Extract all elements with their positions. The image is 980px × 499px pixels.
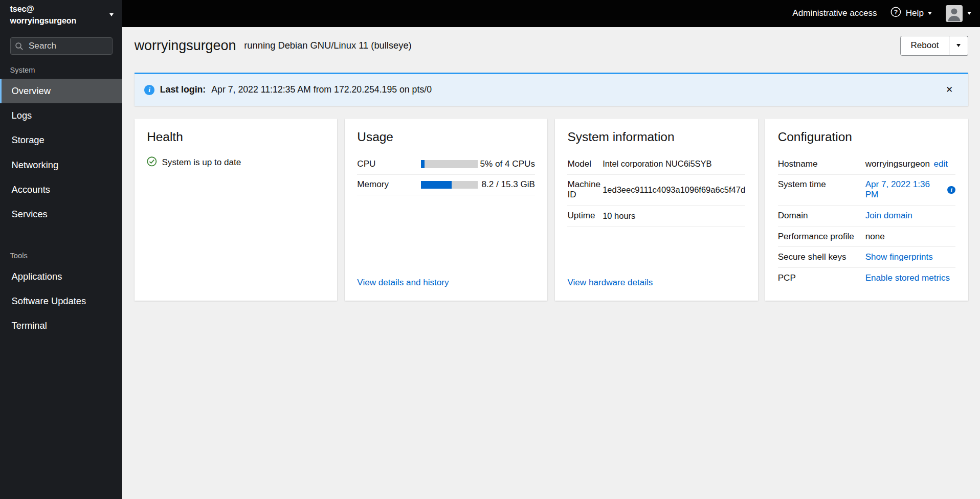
page-title: worryingsurgeon (135, 38, 236, 54)
secure-shell-keys-row: Secure shell keys Show fingerprints (778, 247, 956, 268)
system-information-card-title: System information (567, 130, 745, 144)
hostname-row: Hostname worryingsurgeon edit (778, 154, 956, 175)
sidebar-item-services[interactable]: Services (0, 202, 122, 226)
help-icon: ? (890, 7, 901, 20)
hostname-edit-link[interactable]: edit (933, 159, 948, 169)
performance-profile-row: Performance profile none (778, 226, 956, 247)
system-time-link[interactable]: Apr 7, 2022 1:36 PM (865, 179, 941, 200)
last-login-alert: i Last login: Apr 7, 2022 11:12:35 AM fr… (135, 73, 968, 106)
svg-text:?: ? (894, 9, 898, 16)
model-row: Model Intel corporation NUC6i5SYB (567, 154, 745, 174)
nav-section-system: System (0, 57, 122, 79)
memory-progress-fill (421, 181, 452, 189)
cpu-usage-row: CPU 5% of 4 CPUs (357, 154, 535, 174)
cockpit-app: tsec@ worryingsurgeon System Overview Lo… (0, 0, 980, 499)
uptime-row: Uptime 10 hours (567, 206, 745, 226)
overview-cards: Health System is up to date Usage CPU (135, 119, 968, 301)
configuration-card: Configuration Hostname worryingsurgeon e… (765, 119, 968, 301)
memory-label: Memory (357, 174, 421, 195)
cpu-progress-bar (421, 160, 478, 168)
sidebar-search (10, 37, 113, 55)
enable-stored-metrics-link[interactable]: Enable stored metrics (865, 273, 950, 283)
sidebar-item-accounts[interactable]: Accounts (0, 177, 122, 202)
machine-id-row: Machine ID 1ed3eec9111c4093a1096f69a6c5f… (567, 174, 745, 206)
chevron-down-icon (109, 13, 114, 16)
page-header: worryingsurgeon running Debian GNU/Linux… (135, 36, 968, 56)
memory-value: 8.2 / 15.3 GiB (478, 174, 535, 195)
chevron-down-icon (956, 44, 961, 47)
cpu-progress-fill (421, 160, 425, 168)
domain-row: Domain Join domain (778, 206, 956, 226)
join-domain-link[interactable]: Join domain (865, 211, 912, 221)
sidebar-item-logs[interactable]: Logs (0, 103, 122, 128)
memory-usage-row: Memory 8.2 / 15.3 GiB (357, 174, 535, 195)
system-information-card: System information Model Intel corporati… (555, 119, 758, 301)
close-icon[interactable]: ✕ (941, 82, 958, 98)
hostname-value: worryingsurgeon (865, 159, 930, 169)
health-card: Health System is up to date (135, 119, 338, 301)
usage-details-link[interactable]: View details and history (357, 278, 535, 288)
os-subtitle: running Debian GNU/Linux 11 (bullseye) (244, 40, 411, 51)
reboot-menu-toggle[interactable] (949, 36, 968, 56)
host-switcher[interactable]: tsec@ worryingsurgeon (0, 0, 122, 30)
main-content: worryingsurgeon running Debian GNU/Linux… (122, 27, 979, 499)
nav-section-tools: Tools (0, 243, 122, 264)
sidebar-item-networking[interactable]: Networking (0, 152, 122, 177)
topbar: Administrative access ? Help (122, 0, 979, 27)
right-column: Administrative access ? Help worryingsur… (122, 0, 979, 499)
alert-message: Apr 7, 2022 11:12:35 AM from 172.20.254.… (211, 84, 432, 95)
hostname: worryingsurgeon (10, 15, 77, 27)
sidebar-nav: System Overview Logs Storage Networking … (0, 57, 122, 338)
sidebar-item-overview[interactable]: Overview (0, 79, 122, 103)
performance-profile-value: none (865, 232, 885, 242)
chevron-down-icon (928, 12, 932, 15)
configuration-card-title: Configuration (778, 130, 956, 144)
help-menu-button[interactable]: ? Help (890, 7, 932, 20)
reboot-button[interactable]: Reboot (900, 36, 949, 56)
reboot-split-button: Reboot (900, 36, 968, 56)
cpu-value: 5% of 4 CPUs (478, 154, 535, 174)
alert-title: Last login: (160, 84, 206, 95)
system-time-info-icon[interactable]: i (947, 186, 955, 194)
username: tsec@ (10, 3, 77, 15)
usage-card: Usage CPU 5% of 4 CPUs Memory 8.2 / 15.3… (345, 119, 548, 301)
administrative-access-button[interactable]: Administrative access (792, 8, 877, 18)
pcp-row: PCP Enable stored metrics (778, 268, 956, 288)
health-card-title: Health (147, 130, 325, 144)
system-time-row: System time Apr 7, 2022 1:36 PM i (778, 175, 956, 206)
usage-card-title: Usage (357, 130, 535, 144)
cpu-label: CPU (357, 154, 421, 174)
sidebar-item-software-updates[interactable]: Software Updates (0, 289, 122, 313)
sidebar-item-storage[interactable]: Storage (0, 128, 122, 152)
avatar (946, 5, 963, 22)
sidebar-item-terminal[interactable]: Terminal (0, 313, 122, 338)
search-input[interactable] (10, 37, 113, 55)
memory-progress-bar (421, 181, 478, 189)
info-icon: i (144, 85, 154, 95)
sidebar: tsec@ worryingsurgeon System Overview Lo… (0, 0, 122, 499)
check-circle-icon (147, 156, 157, 169)
sidebar-item-applications[interactable]: Applications (0, 264, 122, 289)
health-status: System is up to date (147, 156, 325, 169)
chevron-down-icon (967, 12, 971, 15)
hardware-details-link[interactable]: View hardware details (567, 278, 745, 288)
show-fingerprints-link[interactable]: Show fingerprints (865, 252, 933, 262)
session-menu-button[interactable] (946, 5, 971, 22)
